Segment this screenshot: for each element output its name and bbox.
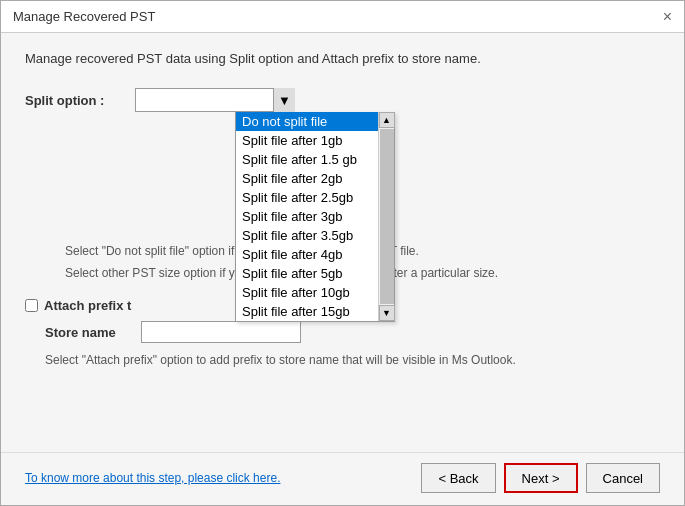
dropdown-item-9[interactable]: Split file after 10gb — [236, 283, 378, 302]
split-option-input[interactable]: Do not split file — [135, 88, 295, 112]
back-button[interactable]: < Back — [421, 463, 495, 493]
button-group: < Back Next > Cancel — [421, 463, 660, 493]
dropdown-item-2[interactable]: Split file after 1.5 gb — [236, 150, 378, 169]
scroll-down-button[interactable]: ▼ — [379, 305, 395, 321]
store-name-row: Store name — [45, 321, 660, 343]
next-button[interactable]: Next > — [504, 463, 578, 493]
dropdown-item-0[interactable]: Do not split file — [236, 112, 378, 131]
store-name-input[interactable] — [141, 321, 301, 343]
split-dropdown: Do not split file Split file after 1gb S… — [235, 112, 395, 322]
description-text: Manage recovered PST data using Split op… — [25, 51, 660, 66]
dropdown-item-6[interactable]: Split file after 3.5gb — [236, 226, 378, 245]
attach-prefix-checkbox-label[interactable]: Attach prefix t — [25, 298, 131, 313]
attach-prefix-label: Attach prefix t — [44, 298, 131, 313]
dropdown-scrollbar-track: ▲ ▼ — [378, 112, 394, 321]
dialog-title: Manage Recovered PST — [13, 9, 155, 24]
learn-more-link[interactable]: To know more about this step, please cli… — [25, 471, 280, 485]
dropdown-list: Do not split file Split file after 1gb S… — [236, 112, 378, 321]
scroll-thumb — [380, 129, 394, 304]
dropdown-item-7[interactable]: Split file after 4gb — [236, 245, 378, 264]
store-name-label: Store name — [45, 325, 135, 340]
dropdown-item-1[interactable]: Split file after 1gb — [236, 131, 378, 150]
title-bar: Manage Recovered PST × — [1, 1, 684, 33]
dropdown-item-4[interactable]: Split file after 2.5gb — [236, 188, 378, 207]
dropdown-item-8[interactable]: Split file after 5gb — [236, 264, 378, 283]
dropdown-item-10[interactable]: Split file after 15gb — [236, 302, 378, 321]
split-option-label: Split option : — [25, 93, 125, 108]
dropdown-item-5[interactable]: Split file after 3gb — [236, 207, 378, 226]
close-button[interactable]: × — [663, 9, 672, 25]
manage-recovered-pst-dialog: Manage Recovered PST × Manage recovered … — [0, 0, 685, 506]
bottom-bar: To know more about this step, please cli… — [1, 452, 684, 505]
cancel-button[interactable]: Cancel — [586, 463, 660, 493]
attach-prefix-checkbox[interactable] — [25, 299, 38, 312]
dropdown-scrollbar: Do not split file Split file after 1gb S… — [236, 112, 394, 321]
dropdown-item-3[interactable]: Split file after 2gb — [236, 169, 378, 188]
content-area: Manage recovered PST data using Split op… — [1, 33, 684, 452]
attach-info-text: Select "Attach prefix" option to add pre… — [45, 351, 660, 369]
split-select-wrapper: Do not split file ▼ Do not split file Sp… — [135, 88, 295, 112]
scroll-up-button[interactable]: ▲ — [379, 112, 395, 128]
split-option-row: Split option : Do not split file ▼ Do no… — [25, 88, 660, 112]
